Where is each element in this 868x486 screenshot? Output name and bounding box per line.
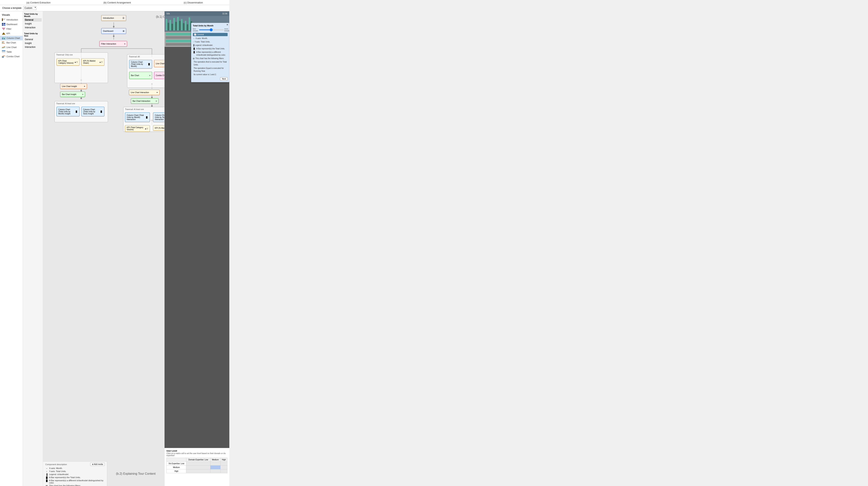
tour-section-label: 📈General (193, 33, 227, 36)
sidebar-label-combo: Combo Chart (6, 55, 20, 58)
desc-icon-5: ▤ (45, 485, 48, 486)
node-bar-chart-insight[interactable]: Bar Chart Insight ≡ (60, 92, 85, 97)
matrix-cell-high-medium[interactable] (210, 469, 220, 473)
node-filter-interaction[interactable]: Filter Interaction ≡ (99, 41, 127, 47)
matrix-cell-medium-high[interactable] (220, 465, 227, 469)
table-icon (2, 51, 5, 53)
node-col-size-insight[interactable]: Column Chart (Total Units by Size) Insig… (82, 107, 104, 116)
matrix-cell-medium-low[interactable] (186, 465, 210, 469)
sidebar-item-filter[interactable]: Filter (0, 27, 23, 31)
sidebar-item-column[interactable]: Column Chart (0, 36, 23, 40)
props-tab-insight-2[interactable]: Insight (24, 41, 42, 45)
tour-popup: ✕ Total Units by Month less Details more… (191, 23, 229, 82)
col-month-int-label: Column Chart (Total Units by Month) Inte… (127, 114, 145, 120)
desc-text-0: X-axis: Month. (49, 467, 62, 469)
sidebar-item-line[interactable]: Line Chart (0, 45, 23, 50)
kpi2-icon: ▲▽ (99, 61, 103, 63)
node-kpi2[interactable]: KPI (% Market Share) ▲▽ (82, 58, 104, 66)
template-label: Choose a template (2, 7, 22, 9)
detail-slider[interactable] (199, 29, 224, 30)
kpi-total-int-label: KPI (Total Category Volume) (127, 126, 144, 131)
matrix-cell-high-low[interactable] (186, 469, 210, 473)
bar-insight-icon: ≡ (82, 93, 83, 95)
node-line-chart[interactable]: Line Chart ✦ (154, 60, 164, 67)
matrix-row-label-low: Vis Expertise: Low (167, 462, 186, 465)
col-month-int-icon: ▐▌ (146, 116, 148, 118)
props-tab-general-1[interactable]: General (24, 18, 42, 22)
col-month-insight-label: Column Chart (Total Units by Month) Insi… (58, 109, 74, 115)
svg-rect-5 (2, 25, 3, 26)
node-line-interaction[interactable]: Line Chart Interaction ✦ (129, 90, 160, 95)
node-col-size-interaction[interactable]: Column Chart (Total Units by Size) Inter… (153, 112, 164, 122)
header-section-b: (b) Content Arrangement (103, 1, 131, 4)
props-tab-general-2[interactable]: General (24, 38, 42, 41)
bar-icon (2, 41, 5, 44)
svg-rect-4 (4, 23, 5, 24)
sidebar-item-table[interactable]: Table (0, 50, 23, 54)
desc-row-0: → X-axis: Month. (45, 467, 105, 469)
node-col-month-interaction[interactable]: Column Chart (Total Units by Month) Inte… (125, 112, 150, 122)
traversal-all-label: Traversal: All (129, 56, 140, 58)
svg-rect-3 (2, 23, 3, 24)
matrix-row-label-medium: Medium (167, 465, 186, 469)
matrix-cell-low-low[interactable] (186, 462, 210, 465)
node-kpi-total-int[interactable]: KPI (Total Category Volume) ▲▽ (125, 125, 150, 132)
template-row: Choose a template Custom (0, 5, 229, 11)
bar-interaction-label: Bar Chart Interaction (133, 100, 155, 102)
desc-icon-4: ▐▌ (45, 480, 48, 482)
tour-popup-close[interactable]: ✕ (226, 24, 228, 26)
tour-next-button[interactable]: Next (220, 77, 227, 81)
matrix-cell-high-high[interactable] (220, 469, 227, 473)
preview-stat-2: 32.8k (222, 12, 227, 15)
node-column-month[interactable]: Column Chart (Total Units by Month) ▐▌ (129, 60, 152, 68)
node-filter-label: Filter Interaction (101, 42, 123, 45)
template-select[interactable]: Custom (23, 6, 36, 10)
center-panel: (b.1) Crafting Tour (43, 11, 164, 486)
user-level-title: User Level (166, 450, 227, 452)
node-kpi1[interactable]: KPI (Total Category Volume) ▲▽ (57, 58, 80, 66)
sidebar-item-intro[interactable]: Introduction (0, 18, 23, 22)
matrix-cell-low-medium[interactable] (210, 462, 220, 465)
kpi1-icon: ▲▽ (74, 61, 78, 63)
matrix-cell-medium-medium[interactable] (210, 465, 220, 469)
props-tab-interaction-1[interactable]: Interaction (24, 26, 42, 29)
traversal-at-least-one-right: Traversal: At least one Column Chart (To… (123, 107, 164, 132)
bottom-center-label: (b.2) Explaining Tour Content (107, 461, 164, 486)
col-month-label: Column Chart (Total Units by Month) (131, 61, 147, 67)
desc-row-2: ▐ Legend: isVanArsdel. (45, 473, 105, 476)
sidebar-item-bar[interactable]: Bar Chart (0, 40, 23, 45)
svg-rect-1 (3, 19, 5, 19)
traversal-all: Traversal: All Column Chart (Total Units… (127, 54, 164, 88)
line-interaction-label: Line Chart Interaction (131, 91, 156, 93)
node-introduction[interactable]: Introduction ☰ (101, 15, 126, 21)
sidebar-item-kpi[interactable]: KPI (0, 31, 23, 36)
sidebar-item-dashboard[interactable]: Dashboard (0, 22, 23, 27)
kpi-icon (2, 32, 5, 35)
col-size-insight-label: Column Chart (Total Units by Size) Insig… (83, 109, 99, 115)
line-chart-label: Line Chart (156, 62, 164, 65)
desc-icon-2: ▐ (45, 474, 48, 476)
matrix-col-high: High (220, 458, 227, 462)
preview-area: 50k 32.8k (164, 11, 229, 448)
node-kpi-market-int[interactable]: KPI (% Market Share) ▲▽ (153, 125, 164, 131)
template-select-wrap[interactable]: Custom (23, 6, 36, 10)
props-tab-interaction-2[interactable]: Interaction (24, 45, 42, 49)
tour-line-8: Its current value is 1 and 2. (193, 73, 227, 76)
matrix-cell-low-high[interactable] (220, 462, 227, 465)
col-size-int-label: Column Chart (Total Units by Size) Inter… (155, 114, 164, 120)
svg-point-45 (151, 105, 153, 107)
node-dashboard[interactable]: Dashboard ⊞ (101, 28, 126, 34)
line-icon (2, 46, 5, 49)
node-bar-chart[interactable]: Bar Chart ≡ (129, 72, 152, 79)
add-media-button[interactable]: ⊕ Add media (90, 463, 105, 466)
node-combo-chart[interactable]: Combo Chart ⊕ (154, 72, 164, 79)
top-header: (a) Content Extraction (b) Content Arran… (0, 0, 229, 5)
sidebar-item-combo[interactable]: Combo Chart (0, 54, 23, 59)
node-bar-interaction[interactable]: Bar Chart Interaction ≡ (131, 98, 159, 104)
node-line-chart-insight[interactable]: Line Chart Insight ✦ (60, 84, 87, 89)
svg-rect-15 (2, 41, 4, 42)
node-col-month-insight[interactable]: Column Chart (Total Units by Month) Insi… (57, 107, 80, 116)
desc-row-5: ▤ This chart has the following filters: (45, 484, 105, 486)
svg-point-39 (81, 97, 82, 99)
props-tab-insight-1[interactable]: Insight (24, 22, 42, 25)
